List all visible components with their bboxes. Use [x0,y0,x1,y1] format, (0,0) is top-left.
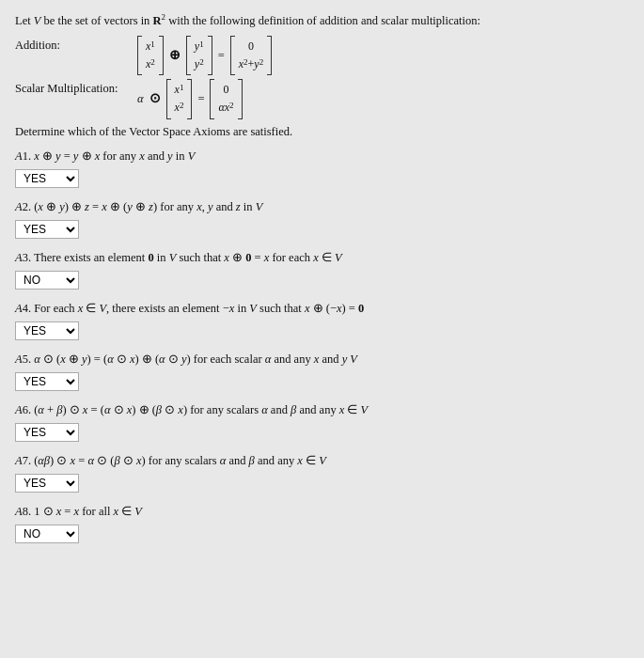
axiom-a6-text: A6. (α + β) ⊙ x = (α ⊙ x) ⊕ (β ⊙ x) for … [15,400,629,419]
scalar-equals: = [197,89,204,108]
scalar-odot: ⊙ [149,88,161,109]
axiom-a8-select-wrapper[interactable]: NO YES [15,525,79,543]
axiom-a6-select[interactable]: YES NO [15,423,79,442]
axiom-a4-text: A4. For each x ∈ V, there exists an elem… [15,299,629,318]
addition-matrix-x: x1 x2 [137,36,164,75]
axiom-a3-select-wrapper[interactable]: NO YES [15,271,79,290]
axiom-a8-text: A8. 1 ⊙ x = x for all x ∈ V [15,502,629,521]
axiom-a4-select[interactable]: YES NO [15,321,79,340]
axiom-a5-select-wrapper[interactable]: YES NO [15,372,79,391]
axiom-a2-block: A2. (x ⊕ y) ⊕ z = x ⊕ (y ⊕ z) for any x,… [15,197,629,239]
axiom-a3-select[interactable]: NO YES [15,271,79,290]
scalar-matrix-x: x1 x2 [166,79,193,118]
axiom-a8-block: A8. 1 ⊙ x = x for all x ∈ V NO YES [15,502,629,543]
scalar-definition: Scalar Multiplication: α ⊙ x1 x2 = 0 αx2 [15,79,629,118]
axiom-a7-select-wrapper[interactable]: YES NO [15,474,79,493]
addition-result-matrix: 0 x2 + y2 [230,36,272,75]
axiom-a2-text: A2. (x ⊕ y) ⊕ z = x ⊕ (y ⊕ z) for any x,… [15,197,629,216]
addition-matrix-y: y1 y2 [186,36,212,75]
axiom-a4-block: A4. For each x ∈ V, there exists an elem… [15,299,629,340]
determine-text: Determine which of the Vector Space Axio… [15,125,629,139]
axiom-a8-select[interactable]: NO YES [15,525,79,543]
addition-equation: x1 x2 ⊕ y1 y2 = 0 x2 + y2 [137,36,272,75]
scalar-result-matrix: 0 αx2 [210,79,242,118]
addition-equals: = [218,46,225,65]
axiom-a6-select-wrapper[interactable]: YES NO [15,423,79,442]
intro-text: Let V be the set of vectors in R2 with t… [15,11,629,30]
addition-definition: Addition: x1 x2 ⊕ y1 y2 = 0 x2 + y2 [15,36,629,75]
axiom-a2-select-wrapper[interactable]: YES NO [15,220,79,239]
axiom-a5-select[interactable]: YES NO [15,372,79,391]
axiom-a3-block: A3. There exists an element 0 in V such … [15,248,629,290]
axiom-a3-text: A3. There exists an element 0 in V such … [15,248,629,267]
axiom-a1-select-wrapper[interactable]: YES NO [15,169,79,188]
axiom-a5-text: A5. α ⊙ (x ⊕ y) = (α ⊙ x) ⊕ (α ⊙ y) for … [15,350,629,368]
axiom-a6-block: A6. (α + β) ⊙ x = (α ⊙ x) ⊕ (β ⊙ x) for … [15,400,629,442]
addition-oplus: ⊕ [169,45,181,66]
axiom-a1-select[interactable]: YES NO [15,169,79,188]
axiom-a4-select-wrapper[interactable]: YES NO [15,321,79,340]
axiom-a5-block: A5. α ⊙ (x ⊕ y) = (α ⊙ x) ⊕ (α ⊙ y) for … [15,350,629,391]
scalar-alpha: α [137,89,144,108]
axiom-a2-select[interactable]: YES NO [15,220,79,239]
axiom-a7-select[interactable]: YES NO [15,474,79,493]
axiom-a7-text: A7. (αβ) ⊙ x = α ⊙ (β ⊙ x) for any scala… [15,451,629,470]
axiom-a1-text: A1. x ⊕ y = y ⊕ x for any x and y in V [15,147,629,165]
axiom-a1-block: A1. x ⊕ y = y ⊕ x for any x and y in V Y… [15,147,629,188]
axioms-container: A1. x ⊕ y = y ⊕ x for any x and y in V Y… [15,147,629,543]
scalar-equation: α ⊙ x1 x2 = 0 αx2 [137,79,243,118]
axiom-a7-block: A7. (αβ) ⊙ x = α ⊙ (β ⊙ x) for any scala… [15,451,629,493]
addition-label: Addition: [15,36,137,55]
scalar-label: Scalar Multiplication: [15,79,137,98]
